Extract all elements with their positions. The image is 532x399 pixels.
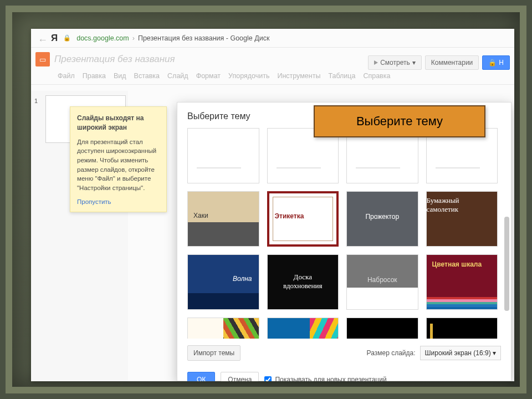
- theme-grid: Хаки Этикетка Прожектор Бумажный самолет…: [187, 128, 501, 339]
- menu-arrange[interactable]: Упорядочить: [228, 72, 269, 80]
- theme-chevron[interactable]: [267, 318, 339, 339]
- ok-button[interactable]: ОК: [187, 372, 215, 381]
- menu-help[interactable]: Справка: [363, 72, 390, 80]
- page-title: Презентация без названия - Google Диск: [138, 34, 270, 42]
- theme-khaki[interactable]: Хаки: [187, 191, 259, 247]
- menu-format[interactable]: Формат: [196, 72, 221, 80]
- screenshot-window: ← Я 🔒 docs.google.com › Презентация без …: [31, 29, 514, 381]
- theme-label[interactable]: Этикетка: [267, 191, 339, 247]
- cancel-button[interactable]: Отмена: [221, 372, 259, 381]
- scrollbar-thumb[interactable]: [504, 217, 509, 311]
- slides-app-icon: ▭: [35, 52, 50, 66]
- comments-button[interactable]: Комментарии: [425, 55, 479, 70]
- theme-western[interactable]: Вестерн: [187, 318, 259, 339]
- theme-color-scale[interactable]: Цветная шкала: [426, 254, 498, 310]
- slide-number: 1: [34, 98, 38, 104]
- chevron-down-icon: ▾: [412, 59, 416, 66]
- share-button[interactable]: 🔒 Н: [482, 55, 510, 70]
- checkbox-input[interactable]: [264, 376, 272, 382]
- menu-bar: Файл Правка Вид Вставка Слайд Формат Упо…: [31, 71, 514, 85]
- theme-dark-1[interactable]: [346, 318, 418, 339]
- slide-size-row: Размер слайда: Широкий экран (16:9) ▾: [367, 346, 501, 360]
- annotation-callout: Выберите тему: [314, 105, 485, 137]
- menu-insert[interactable]: Вставка: [134, 72, 160, 80]
- document-title[interactable]: Презентация без названия: [54, 54, 175, 65]
- menu-edit[interactable]: Правка: [83, 72, 106, 80]
- slide-size-select[interactable]: Широкий экран (16:9) ▾: [420, 346, 501, 360]
- present-button[interactable]: Смотреть▾: [368, 55, 422, 70]
- lock-icon: 🔒: [63, 34, 71, 42]
- chevron-right-icon: ›: [132, 34, 135, 42]
- choose-theme-dialog: Выберите тему Хаки Этикетка Прожектор Бу…: [177, 102, 511, 381]
- dialog-footer: Импорт темы Размер слайда: Широкий экран…: [187, 345, 501, 361]
- url-domain: docs.google.com: [76, 34, 129, 42]
- chevron-down-icon: ▾: [493, 349, 496, 357]
- address-breadcrumb[interactable]: docs.google.com › Презентация без назван…: [76, 34, 269, 42]
- menu-file[interactable]: Файл: [58, 72, 75, 80]
- theme-inspiration-board[interactable]: Доска вдохновения: [267, 254, 339, 310]
- play-icon: [374, 60, 378, 65]
- theme-sketch[interactable]: Набросок: [346, 254, 418, 310]
- widescreen-tip-popup: Слайды выходят на широкий экран Для през…: [70, 106, 167, 212]
- menu-slide[interactable]: Слайд: [167, 72, 188, 80]
- back-icon[interactable]: ←: [38, 34, 45, 42]
- import-theme-button[interactable]: Импорт темы: [187, 345, 241, 361]
- theme-dark-2[interactable]: [426, 318, 498, 339]
- theme-paper-plane[interactable]: Бумажный самолетик: [426, 191, 498, 247]
- dialog-actions: ОК Отмена Показывать для новых презентац…: [187, 372, 501, 381]
- theme-wave[interactable]: Волна: [187, 254, 259, 310]
- show-for-new-checkbox[interactable]: Показывать для новых презентаций: [264, 376, 386, 381]
- theme-projector[interactable]: Прожектор: [346, 191, 418, 247]
- theme-blank-1[interactable]: [187, 128, 259, 183]
- tip-skip-link[interactable]: Пропустить: [77, 197, 160, 207]
- yandex-logo: Я: [51, 33, 58, 44]
- tip-heading: Слайды выходят на широкий экран: [77, 114, 160, 133]
- menu-table[interactable]: Таблица: [328, 72, 355, 80]
- slide-size-label: Размер слайда:: [367, 349, 416, 357]
- browser-bar: ← Я 🔒 docs.google.com › Презентация без …: [31, 29, 514, 48]
- tip-body: Для презентаций стал доступен широкоэкра…: [77, 137, 160, 193]
- menu-tools[interactable]: Инструменты: [277, 72, 320, 80]
- header-actions: Смотреть▾ Комментарии 🔒 Н: [368, 55, 510, 70]
- menu-view[interactable]: Вид: [114, 72, 126, 80]
- decorative-frame: MyShared ← Я 🔒 docs.google.com › Презент…: [6, 6, 526, 393]
